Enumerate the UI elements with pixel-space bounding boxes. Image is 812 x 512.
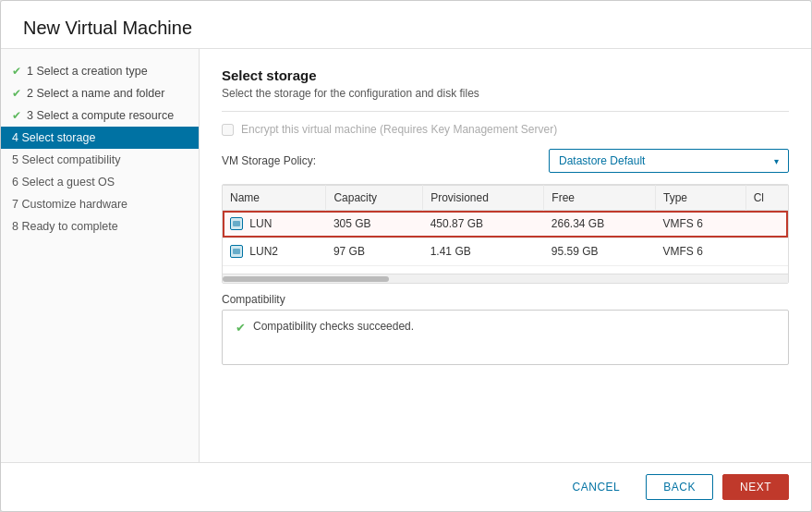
row2-free: 95.59 GB [544, 238, 656, 265]
row1-name: LUN [223, 211, 326, 238]
row2-capacity: 97 GB [326, 238, 423, 265]
sidebar-item-step6[interactable]: 6 Select a guest OS [1, 171, 199, 193]
dialog-title: New Virtual Machine [1, 1, 811, 49]
row2-cl [745, 238, 788, 265]
storage-table: Name Capacity Provisioned Free Type Cl [223, 185, 788, 266]
sidebar-item-step4[interactable]: 4 Select storage [1, 127, 199, 149]
sidebar-label-7: 7 Customize hardware [12, 198, 127, 211]
sidebar-label-6: 6 Select a guest OS [12, 176, 115, 189]
dialog-footer: CANCEL BACK NEXT [1, 462, 811, 511]
datastore-icon-2 [230, 245, 243, 258]
sidebar-item-step7[interactable]: 7 Customize hardware [1, 193, 199, 215]
row1-cl [745, 211, 788, 238]
compat-check-icon: ✔ [236, 321, 246, 335]
sidebar-label-3: 3 Select a compute resource [27, 109, 174, 122]
row1-capacity: 305 GB [326, 211, 423, 238]
encrypt-label: Encrypt this virtual machine (Requires K… [241, 123, 557, 136]
col-name: Name [223, 186, 326, 211]
col-free: Free [544, 186, 656, 211]
new-vm-dialog: New Virtual Machine ✔ 1 Select a creatio… [0, 0, 812, 512]
sidebar: ✔ 1 Select a creation type ✔ 2 Select a … [1, 49, 200, 462]
col-capacity: Capacity [326, 186, 423, 211]
datastore-icon-1 [230, 217, 243, 230]
next-button[interactable]: NEXT [722, 474, 789, 500]
sidebar-item-step5[interactable]: 5 Select compatibility [1, 149, 199, 171]
check-icon-1: ✔ [12, 65, 21, 78]
divider [222, 111, 789, 112]
row2-type: VMFS 6 [656, 238, 746, 265]
sidebar-item-step3[interactable]: ✔ 3 Select a compute resource [1, 104, 199, 127]
compat-label: Compatibility [222, 293, 789, 306]
section-description: Select the storage for the configuration… [222, 87, 789, 100]
compat-box: ✔ Compatibility checks succeeded. [222, 310, 789, 365]
table-row[interactable]: LUN2 97 GB 1.41 GB 95.59 GB VMFS 6 [223, 238, 788, 265]
table-body: LUN 305 GB 450.87 GB 266.34 GB VMFS 6 LU [223, 211, 788, 266]
table-scrollbar-area[interactable] [223, 274, 788, 283]
table-row[interactable]: LUN 305 GB 450.87 GB 266.34 GB VMFS 6 [223, 211, 788, 238]
col-type: Type [656, 186, 746, 211]
policy-dropdown[interactable]: Datastore Default ▾ [549, 149, 789, 173]
encrypt-row: Encrypt this virtual machine (Requires K… [222, 123, 789, 136]
storage-table-wrapper: Name Capacity Provisioned Free Type Cl [222, 184, 789, 284]
col-provisioned: Provisioned [423, 186, 544, 211]
policy-value: Datastore Default [559, 154, 645, 167]
dialog-body: ✔ 1 Select a creation type ✔ 2 Select a … [1, 49, 811, 462]
row1-provisioned: 450.87 GB [423, 211, 544, 238]
compatibility-section: Compatibility ✔ Compatibility checks suc… [222, 293, 789, 365]
check-icon-2: ✔ [12, 87, 21, 100]
check-icon-3: ✔ [12, 109, 21, 122]
sidebar-item-step8[interactable]: 8 Ready to complete [1, 215, 199, 238]
section-title: Select storage [222, 67, 789, 83]
row1-type: VMFS 6 [656, 211, 746, 238]
sidebar-label-1: 1 Select a creation type [27, 65, 148, 78]
sidebar-label-8: 8 Ready to complete [12, 220, 118, 233]
encrypt-checkbox[interactable] [222, 124, 234, 136]
sidebar-label-4: 4 Select storage [12, 131, 95, 144]
sidebar-label-5: 5 Select compatibility [12, 153, 120, 166]
policy-row: VM Storage Policy: Datastore Default ▾ [222, 149, 789, 173]
compat-message: Compatibility checks succeeded. [253, 320, 414, 333]
sidebar-item-step1[interactable]: ✔ 1 Select a creation type [1, 60, 199, 82]
col-cl: Cl [745, 186, 788, 211]
policy-label: VM Storage Policy: [222, 154, 316, 167]
row2-provisioned: 1.41 GB [423, 238, 544, 265]
row1-free: 266.34 GB [544, 211, 656, 238]
sidebar-item-step2[interactable]: ✔ 2 Select a name and folder [1, 82, 199, 104]
main-content: Select storage Select the storage for th… [200, 49, 811, 462]
table-header: Name Capacity Provisioned Free Type Cl [223, 186, 788, 211]
cancel-button[interactable]: CANCEL [556, 475, 637, 499]
row2-name: LUN2 [223, 238, 326, 265]
back-button[interactable]: BACK [646, 474, 713, 500]
scrollbar-thumb[interactable] [223, 276, 389, 282]
chevron-down-icon: ▾ [774, 156, 779, 166]
sidebar-label-2: 2 Select a name and folder [27, 87, 164, 100]
